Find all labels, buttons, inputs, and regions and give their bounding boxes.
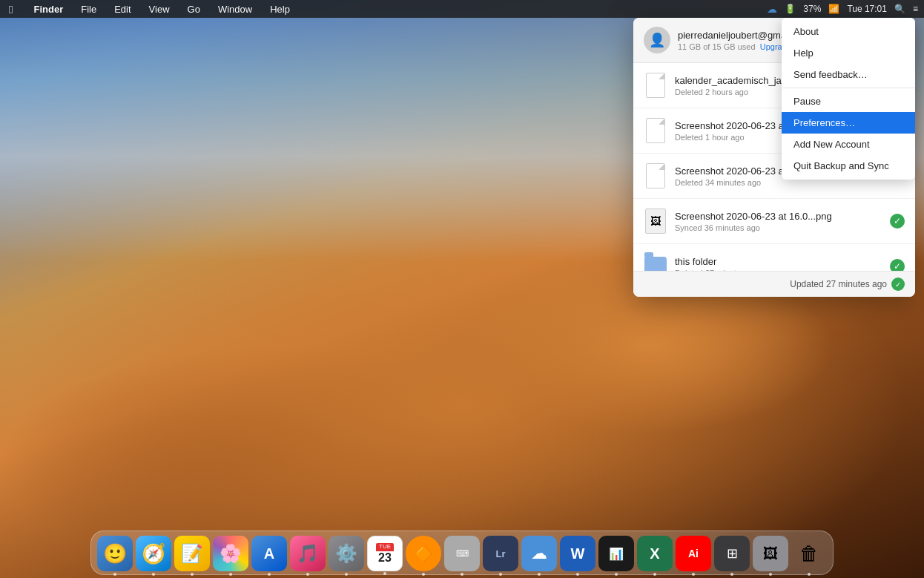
file-type-icon xyxy=(644,116,667,145)
dock-item-appstore[interactable]: A xyxy=(251,536,287,571)
context-menu-item-pause[interactable]: Pause xyxy=(782,91,915,112)
file-type-icon xyxy=(644,252,667,271)
context-menu-item-quit[interactable]: Quit Backup and Sync xyxy=(782,155,915,177)
file-info: Screenshot 2020-06-23 at 16.0...png Sync… xyxy=(675,211,890,232)
menubar-wifi-icon: 📶 xyxy=(828,4,839,14)
last-updated-text: Updated 27 minutes ago xyxy=(790,279,887,289)
menubar-go[interactable]: Go xyxy=(185,4,203,15)
synced-checkmark: ✓ xyxy=(890,259,905,271)
dock-item-backup-sync[interactable]: ☁ xyxy=(521,536,557,571)
file-status: Deleted 27 minutes ago xyxy=(675,269,890,272)
menubar-battery-icon: 🔋 xyxy=(785,4,796,14)
dock-item-lightroom[interactable]: Lr xyxy=(483,536,518,571)
dock-item-music[interactable]: 🎵 xyxy=(290,536,326,571)
user-avatar: 👤 xyxy=(644,27,670,53)
dock-item-notes[interactable]: 📝 xyxy=(174,536,210,571)
file-name: this folder xyxy=(675,256,890,267)
menubar-cloud-icon[interactable]: ☁ xyxy=(767,3,777,15)
apple-menu[interactable]:  xyxy=(6,3,16,16)
menubar:  Finder File Edit View Go Window Help ☁… xyxy=(0,0,924,18)
menubar-left:  Finder File Edit View Go Window Help xyxy=(6,3,767,16)
dock-item-trash[interactable]: 🗑 xyxy=(791,536,827,571)
context-menu-item-about[interactable]: About xyxy=(782,21,915,42)
menubar-finder[interactable]: Finder xyxy=(30,4,66,15)
menubar-battery-percent: 37% xyxy=(803,4,821,14)
dock-item-screenshots[interactable]: 🖼 xyxy=(753,536,788,571)
context-menu-item-add-account[interactable]: Add New Account xyxy=(782,134,915,155)
file-type-icon xyxy=(644,70,667,100)
file-item[interactable]: 🖼 Screenshot 2020-06-23 at 16.0...png Sy… xyxy=(633,199,915,244)
file-type-icon: 🖼 xyxy=(644,206,667,236)
file-item[interactable]: this folder Deleted 27 minutes ago ✓ xyxy=(633,244,915,271)
dock-item-word[interactable]: W xyxy=(560,536,595,571)
dock-item-excel[interactable]: X xyxy=(637,536,673,571)
menubar-edit[interactable]: Edit xyxy=(111,4,133,15)
menubar-window[interactable]: Window xyxy=(215,4,255,15)
dock-item-settings[interactable]: ⚙️ xyxy=(329,536,364,571)
file-info: this folder Deleted 27 minutes ago xyxy=(675,256,890,272)
menubar-time: Tue 17:01 xyxy=(847,4,887,14)
footer-checkmark: ✓ xyxy=(891,277,905,291)
context-menu-item-help[interactable]: Help xyxy=(782,42,915,64)
file-type-icon xyxy=(644,161,667,191)
file-status: Synced 36 minutes ago xyxy=(675,223,890,232)
dock-item-photos[interactable]: 🌸 xyxy=(213,536,248,571)
dock-item-vlc[interactable]: 🔶 xyxy=(406,536,441,571)
context-menu: About Help Send feedback… Pause Preferen… xyxy=(782,18,915,180)
dock-item-adobe[interactable]: Ai xyxy=(676,536,711,571)
context-menu-item-preferences[interactable]: Preferences… xyxy=(782,112,915,134)
menubar-search-icon[interactable]: 🔍 xyxy=(894,4,905,14)
menubar-file[interactable]: File xyxy=(78,4,99,15)
menubar-right: ☁ 🔋 37% 📶 Tue 17:01 🔍 ≡ xyxy=(767,3,918,15)
dock-item-calendar[interactable]: TUE 23 xyxy=(367,536,403,571)
dock-item-finder[interactable]: 🙂 xyxy=(97,536,133,571)
menubar-control-icon[interactable]: ≡ xyxy=(913,4,918,14)
dock-item-grid[interactable]: ⊞ xyxy=(714,536,750,571)
synced-checkmark: ✓ xyxy=(890,214,905,229)
menubar-help[interactable]: Help xyxy=(267,4,293,15)
context-menu-divider xyxy=(782,88,915,88)
menubar-view[interactable]: View xyxy=(146,4,173,15)
dock-item-keyboard[interactable]: ⌨ xyxy=(444,536,480,571)
dock-item-activity-monitor[interactable]: 📊 xyxy=(598,536,634,571)
dock-item-safari[interactable]: 🧭 xyxy=(136,536,171,571)
dock: 🙂 🧭 📝 🌸 A 🎵 ⚙️ TUE 23 🔶 ⌨ Lr ☁ W 📊 xyxy=(90,531,834,575)
panel-footer: Updated 27 minutes ago ✓ xyxy=(633,271,915,297)
context-menu-item-feedback[interactable]: Send feedback… xyxy=(782,64,915,85)
file-name: Screenshot 2020-06-23 at 16.0...png xyxy=(675,211,890,222)
